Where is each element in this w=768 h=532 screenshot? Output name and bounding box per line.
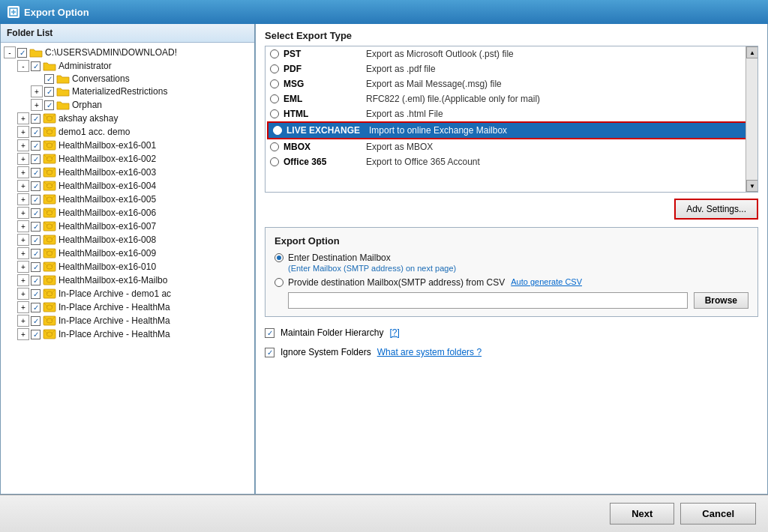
tree-item[interactable]: +✓HealthMailbox-ex16-010: [1, 260, 254, 273]
export-type-radio-eml[interactable]: [270, 94, 279, 103]
expand-button[interactable]: +: [17, 261, 29, 273]
ignore-system-folders-help[interactable]: What are system folders ?: [377, 347, 482, 357]
cancel-button[interactable]: Cancel: [680, 503, 756, 525]
expand-button[interactable]: -: [4, 46, 16, 58]
tree-item[interactable]: +✓In-Place Archive - HealthMa: [1, 314, 254, 327]
folder-label: HealthMailbox-ex16-009: [58, 248, 156, 259]
expand-button[interactable]: +: [17, 328, 29, 340]
export-type-row-pdf[interactable]: PDFExport as .pdf file: [266, 61, 758, 76]
expand-button[interactable]: +: [17, 126, 29, 138]
tree-item[interactable]: ✓Conversations: [1, 73, 254, 85]
folder-checkbox[interactable]: ✓: [31, 303, 40, 312]
folder-checkbox[interactable]: ✓: [31, 141, 40, 151]
ignore-system-folders-checkbox[interactable]: ✓: [265, 348, 274, 357]
folder-tree[interactable]: -✓C:\USERS\ADMIN\DOWNLOAD!-✓Administrato…: [1, 43, 254, 494]
folder-checkbox[interactable]: ✓: [31, 181, 40, 191]
tree-item[interactable]: +✓HealthMailbox-ex16-004: [1, 179, 254, 193]
export-type-radio-mbox[interactable]: [270, 142, 279, 151]
tree-item[interactable]: +✓In-Place Archive - HealthMa: [1, 300, 254, 314]
export-type-row-live[interactable]: LIVE EXCHANGEImport to online Exchange M…: [268, 123, 754, 138]
export-type-radio-o365[interactable]: [270, 157, 279, 166]
export-type-radio-html[interactable]: [270, 109, 279, 118]
expand-button[interactable]: +: [17, 234, 29, 246]
expand-button[interactable]: +: [31, 85, 43, 97]
expand-button[interactable]: +: [17, 139, 29, 151]
folder-checkbox[interactable]: ✓: [31, 249, 40, 259]
folder-checkbox[interactable]: ✓: [44, 100, 54, 110]
expand-button[interactable]: +: [17, 193, 29, 205]
folder-checkbox[interactable]: ✓: [31, 222, 40, 232]
folder-checkbox[interactable]: ✓: [31, 208, 40, 218]
tree-item[interactable]: -✓Administrator: [1, 59, 254, 73]
export-type-row-pst[interactable]: PSTExport as Microsoft Outlook (.pst) fi…: [266, 46, 758, 61]
export-type-row-eml[interactable]: EMLRFC822 (.eml) file.(Applicable only f…: [266, 91, 758, 106]
expand-button[interactable]: +: [17, 301, 29, 313]
expand-button[interactable]: +: [17, 288, 29, 300]
browse-button[interactable]: Browse: [694, 292, 748, 309]
export-type-radio-pdf[interactable]: [270, 64, 279, 73]
export-option-1-radio[interactable]: [274, 253, 284, 262]
folder-checkbox[interactable]: ✓: [44, 74, 54, 84]
folder-checkbox[interactable]: ✓: [31, 154, 40, 164]
export-type-row-o365[interactable]: Office 365Export to Office 365 Account: [266, 154, 758, 169]
scroll-down-arrow[interactable]: ▼: [746, 180, 758, 192]
expand-button[interactable]: +: [17, 180, 29, 192]
maintain-folder-hierarchy-checkbox[interactable]: ✓: [265, 328, 274, 338]
folder-checkbox[interactable]: ✓: [31, 262, 40, 272]
tree-item[interactable]: +✓HealthMailbox-ex16-005: [1, 193, 254, 206]
expand-button[interactable]: -: [17, 60, 29, 72]
adv-settings-button[interactable]: Adv. Settings...: [674, 199, 758, 220]
folder-checkbox[interactable]: ✓: [31, 61, 40, 71]
expand-button[interactable]: +: [17, 220, 29, 232]
tree-item[interactable]: +✓In-Place Archive - demo1 ac: [1, 287, 254, 300]
expand-button[interactable]: +: [17, 315, 29, 327]
expand-button[interactable]: +: [17, 112, 29, 124]
export-type-scrollbar[interactable]: ▲ ▼: [746, 46, 758, 192]
export-type-row-msg[interactable]: MSGExport as Mail Message(.msg) file: [266, 76, 758, 91]
tree-item[interactable]: +✓HealthMailbox-ex16-008: [1, 233, 254, 247]
folder-checkbox[interactable]: ✓: [31, 127, 40, 137]
folder-checkbox[interactable]: ✓: [31, 276, 40, 285]
export-type-radio-msg[interactable]: [270, 79, 279, 88]
tree-item[interactable]: +✓HealthMailbox-ex16-007: [1, 220, 254, 233]
tree-item[interactable]: +✓HealthMailbox-ex16-Mailbo: [1, 273, 254, 287]
export-type-row-html[interactable]: HTMLExport as .html File: [266, 106, 758, 121]
folder-checkbox[interactable]: ✓: [31, 330, 40, 339]
csv-path-input[interactable]: [288, 292, 688, 309]
expand-button[interactable]: +: [17, 274, 29, 286]
maintain-folder-hierarchy-help[interactable]: [?]: [389, 327, 399, 338]
export-type-row-mbox[interactable]: MBOXExport as MBOX: [266, 139, 758, 154]
export-type-radio-live[interactable]: [273, 126, 282, 135]
tree-item[interactable]: +✓HealthMailbox-ex16-002: [1, 152, 254, 166]
expand-button[interactable]: +: [17, 166, 29, 178]
export-option-2-radio[interactable]: [274, 278, 284, 287]
expand-button[interactable]: +: [17, 207, 29, 219]
tree-item[interactable]: +✓HealthMailbox-ex16-001: [1, 139, 254, 152]
tree-item[interactable]: +✓In-Place Archive - HealthMa: [1, 327, 254, 341]
expand-button[interactable]: +: [31, 99, 43, 111]
folder-checkbox[interactable]: ✓: [31, 316, 40, 326]
scroll-up-arrow[interactable]: ▲: [746, 46, 758, 58]
folder-checkbox[interactable]: ✓: [44, 87, 54, 97]
export-type-radio-pst[interactable]: [270, 49, 279, 58]
folder-checkbox[interactable]: ✓: [31, 168, 40, 178]
tree-item[interactable]: +✓HealthMailbox-ex16-009: [1, 247, 254, 260]
tree-item[interactable]: +✓akshay akshay: [1, 112, 254, 125]
folder-checkbox[interactable]: ✓: [31, 235, 40, 245]
folder-checkbox[interactable]: ✓: [31, 114, 40, 124]
folder-checkbox[interactable]: ✓: [31, 289, 40, 299]
next-button[interactable]: Next: [610, 503, 674, 525]
tree-item[interactable]: +✓MaterializedRestrictions: [1, 85, 254, 98]
tree-item[interactable]: +✓HealthMailbox-ex16-003: [1, 166, 254, 179]
expand-button[interactable]: +: [17, 247, 29, 259]
tree-item[interactable]: +✓demo1 acc. demo: [1, 125, 254, 139]
export-option-2[interactable]: Provide destination Mailbox(SMTP address…: [274, 277, 748, 288]
tree-item[interactable]: -✓C:\USERS\ADMIN\DOWNLOAD!: [1, 46, 254, 59]
folder-checkbox[interactable]: ✓: [17, 48, 27, 58]
export-option-1[interactable]: Enter Destination Mailbox (Enter Mailbox…: [274, 253, 748, 273]
expand-button[interactable]: +: [17, 153, 29, 165]
tree-item[interactable]: +✓Orphan: [1, 98, 254, 112]
folder-checkbox[interactable]: ✓: [31, 195, 40, 205]
auto-generate-csv-link[interactable]: Auto generate CSV: [511, 277, 582, 286]
tree-item[interactable]: +✓HealthMailbox-ex16-006: [1, 206, 254, 220]
